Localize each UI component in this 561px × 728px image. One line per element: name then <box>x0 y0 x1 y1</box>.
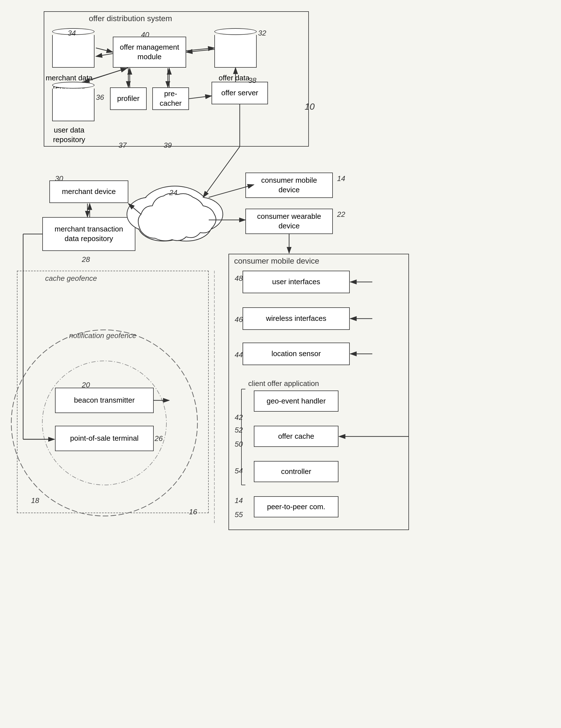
ref-50: 50 <box>235 440 243 449</box>
location-sensor-box: location sensor <box>242 343 350 365</box>
merchant-device-box: merchant device <box>49 180 128 203</box>
ref-38: 38 <box>248 76 256 85</box>
point-of-sale-box: point-of-sale terminal <box>55 426 154 451</box>
user-data-repository-label: user data repository <box>41 125 97 145</box>
ref-26: 26 <box>154 434 163 443</box>
user-interfaces-box: user interfaces <box>242 271 350 293</box>
profiler-box: profiler <box>110 87 147 110</box>
ref-30: 30 <box>55 174 63 183</box>
svg-line-28 <box>203 147 240 197</box>
ref-28: 28 <box>82 255 90 264</box>
pre-cacher-box: pre-cacher <box>152 87 189 110</box>
svg-line-31 <box>128 204 141 214</box>
diagram: offer distribution system merchant data … <box>0 0 561 728</box>
offer-distribution-system-label: offer distribution system <box>89 14 172 23</box>
svg-point-3 <box>138 210 189 241</box>
ref-14-inner: 14 <box>235 496 243 505</box>
ref-18: 18 <box>31 496 39 505</box>
consumer-mobile-device-inner-label: consumer mobile device <box>234 257 319 266</box>
ref-54: 54 <box>235 467 243 475</box>
offer-data-repository-cylinder <box>214 28 257 68</box>
geo-event-handler-box: geo-event handler <box>254 391 339 412</box>
consumer-mobile-device-top-box: consumer mobile device <box>245 173 333 198</box>
ref-32: 32 <box>258 29 266 37</box>
offer-cache-box: offer cache <box>254 426 339 447</box>
user-data-repository-cylinder <box>52 82 94 121</box>
offer-management-module-box: offer management module <box>113 37 186 68</box>
ref-42: 42 <box>235 413 243 422</box>
ref-16: 16 <box>189 508 197 516</box>
ref-36: 36 <box>96 93 104 102</box>
controller-box: controller <box>254 461 339 482</box>
ref-20: 20 <box>82 381 90 389</box>
ref-24: 24 <box>169 188 177 197</box>
svg-point-9 <box>161 211 211 241</box>
ref-52: 52 <box>235 426 243 434</box>
ref-39: 39 <box>163 141 172 150</box>
cache-geofence-label: cache geofence <box>45 274 97 283</box>
offer-server-box: offer server <box>211 82 268 104</box>
ref-14-top: 14 <box>337 174 345 183</box>
ref-34: 34 <box>68 29 76 37</box>
peer-to-peer-box: peer-to-peer com. <box>254 496 339 517</box>
ref-37: 37 <box>118 141 127 150</box>
beacon-transmitter-box: beacon transmitter <box>55 388 154 413</box>
notification-geofence-label: notification geofence <box>69 331 136 340</box>
client-offer-app-label: client offer application <box>248 379 319 388</box>
merchant-transaction-box: merchant transactiondata repository <box>42 217 135 251</box>
svg-point-4 <box>161 210 211 241</box>
ref-48: 48 <box>235 274 243 283</box>
ref-22: 22 <box>337 210 345 219</box>
consumer-wearable-device-box: consumer wearable device <box>245 209 333 234</box>
ref-44: 44 <box>235 350 243 359</box>
svg-point-7 <box>178 198 222 231</box>
svg-point-8 <box>139 211 188 241</box>
svg-point-2 <box>178 197 223 231</box>
wireless-interfaces-box: wireless interfaces <box>242 307 350 330</box>
ref-10: 10 <box>305 102 315 112</box>
ref-55: 55 <box>235 510 243 519</box>
ref-46: 46 <box>235 315 243 324</box>
ref-40: 40 <box>141 30 149 39</box>
